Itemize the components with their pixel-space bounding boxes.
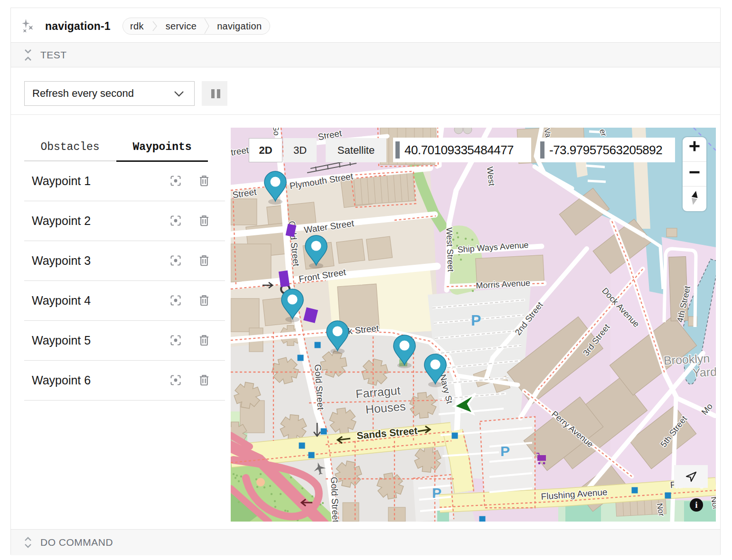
svg-text:West Street: West Street — [444, 227, 455, 272]
svg-text:P: P — [471, 312, 481, 329]
svg-text:Brooklyn: Brooklyn — [663, 351, 710, 367]
svg-text:Va: Va — [542, 128, 553, 139]
svg-text:Gold Street: Gold Street — [329, 476, 340, 522]
svg-text:Go: Go — [271, 128, 281, 136]
svg-text:Yard: Yard — [692, 365, 716, 380]
svg-text:West: West — [485, 166, 497, 187]
svg-text:P: P — [432, 485, 441, 501]
svg-text:P: P — [500, 443, 510, 459]
